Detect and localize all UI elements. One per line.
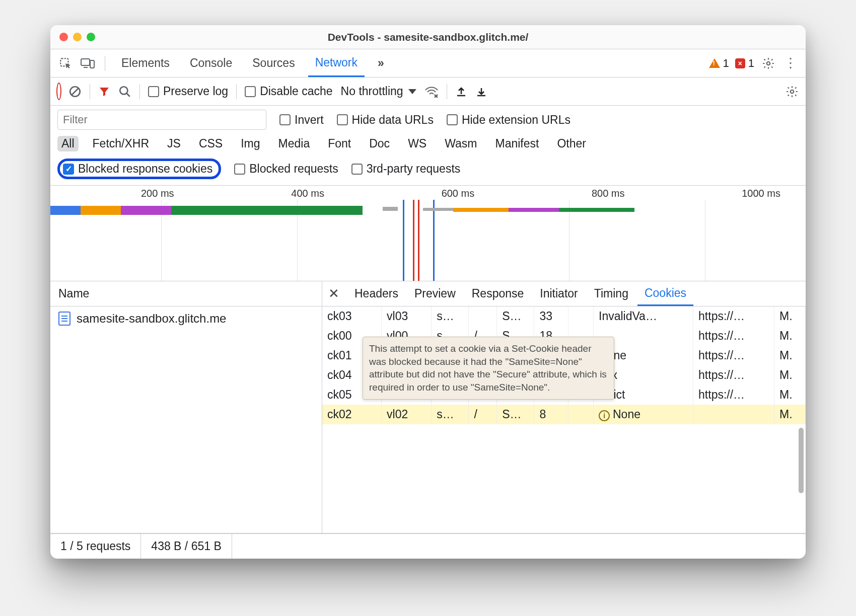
type-img[interactable]: Img [237, 136, 264, 151]
cookie-blocked-tooltip: This attempt to set a cookie via a Set-C… [363, 337, 614, 400]
dtab-initiator[interactable]: Initiator [533, 281, 585, 306]
info-icon: i [599, 410, 610, 421]
cookie-name: ck03 [322, 306, 382, 326]
svg-rect-2 [90, 60, 94, 68]
hide-ext-urls-checkbox[interactable]: Hide extension URLs [447, 113, 570, 127]
svg-point-3 [767, 61, 770, 65]
blocked-requests-checkbox[interactable]: Blocked requests [234, 162, 338, 176]
cookies-table: ck03vl03s…S…33InvalidVa…https://…M.ck00v… [322, 306, 806, 533]
divider [447, 84, 447, 99]
details-tabs: ✕ Headers Preview Response Initiator Tim… [322, 281, 806, 306]
download-har-icon[interactable] [475, 85, 487, 98]
dtab-response[interactable]: Response [465, 281, 531, 306]
network-conditions-icon[interactable] [424, 86, 439, 98]
status-requests: 1 / 5 requests [50, 534, 141, 559]
divider [105, 56, 105, 71]
type-js[interactable]: JS [163, 136, 185, 151]
tab-sources[interactable]: Sources [245, 49, 302, 77]
request-row[interactable]: samesite-sandbox.glitch.me [50, 306, 322, 331]
type-filter-bar: All Fetch/XHR JS CSS Img Media Font Doc … [50, 134, 806, 156]
type-ws[interactable]: WS [404, 136, 431, 151]
type-doc[interactable]: Doc [365, 136, 394, 151]
error-icon: × [735, 58, 745, 68]
warnings-count: 1 [723, 57, 729, 70]
main-tabstrip: Elements Console Sources Network » 1 ×1 … [50, 49, 806, 78]
clear-button[interactable] [68, 85, 82, 98]
window-scrollbar[interactable] [799, 428, 804, 493]
filter-toggle[interactable] [98, 86, 110, 98]
tab-network[interactable]: Network [308, 49, 365, 77]
inspect-icon[interactable] [57, 55, 74, 71]
cookie-value: vl02 [382, 405, 432, 424]
svg-point-5 [120, 87, 127, 94]
hide-data-urls-checkbox[interactable]: Hide data URLs [337, 113, 434, 127]
throttling-select[interactable]: No throttling [341, 85, 416, 98]
warnings-badge[interactable]: 1 [709, 57, 729, 70]
status-bytes: 438 B / 651 B [141, 534, 232, 559]
tick: 800 ms [592, 188, 625, 199]
cookie-samesite: InvalidVa… [594, 306, 693, 326]
tick: 1000 ms [742, 188, 780, 199]
preserve-log-checkbox[interactable]: Preserve log [148, 85, 228, 98]
cookie-row[interactable]: ck02vl02s…/S…8iNoneM. [322, 405, 806, 424]
type-all[interactable]: All [57, 136, 79, 151]
status-bar: 1 / 5 requests 438 B / 651 B [50, 533, 806, 559]
tick: 400 ms [291, 188, 324, 199]
tab-console[interactable]: Console [183, 49, 239, 77]
svg-point-6 [791, 90, 794, 93]
errors-badge[interactable]: ×1 [735, 57, 754, 70]
invert-checkbox[interactable]: Invert [279, 113, 324, 127]
request-list: Name samesite-sandbox.glitch.me [50, 281, 322, 533]
titlebar: DevTools - samesite-sandbox.glitch.me/ [50, 25, 806, 49]
record-icon [57, 84, 60, 99]
warning-icon [709, 58, 720, 68]
type-media[interactable]: Media [274, 136, 314, 151]
dtab-timing[interactable]: Timing [587, 281, 635, 306]
cookie-row[interactable]: ck03vl03s…S…33InvalidVa…https://…M. [322, 306, 806, 326]
network-toolbar: Preserve log Disable cache No throttling [50, 78, 806, 106]
svg-rect-1 [81, 59, 90, 65]
document-icon [58, 312, 70, 326]
kebab-icon[interactable]: ⋮ [782, 55, 799, 71]
device-toggle-icon[interactable] [80, 55, 96, 71]
errors-count: 1 [748, 57, 754, 70]
record-button[interactable] [57, 85, 60, 98]
dtab-headers[interactable]: Headers [347, 281, 405, 306]
third-party-checkbox[interactable]: 3rd-party requests [351, 162, 461, 176]
type-wasm[interactable]: Wasm [441, 136, 481, 151]
type-manifest[interactable]: Manifest [491, 136, 543, 151]
divider [90, 84, 90, 99]
type-fetch-xhr[interactable]: Fetch/XHR [89, 136, 153, 151]
request-list-header[interactable]: Name [50, 281, 322, 306]
network-settings-gear-icon[interactable] [786, 85, 799, 98]
gear-icon[interactable] [760, 55, 776, 71]
filter-input[interactable] [57, 110, 266, 130]
cookie-value: vl03 [382, 306, 432, 326]
blocked-cookies-checkbox[interactable]: Blocked response cookies [63, 162, 212, 176]
devtools-window: DevTools - samesite-sandbox.glitch.me/ E… [50, 25, 806, 559]
overview-timeline[interactable]: 200 ms 400 ms 600 ms 800 ms 1000 ms [50, 186, 806, 281]
request-name: samesite-sandbox.glitch.me [77, 312, 226, 326]
chevron-down-icon [408, 89, 416, 94]
tab-elements[interactable]: Elements [114, 49, 177, 77]
filter-bar-1: Invert Hide data URLs Hide extension URL… [50, 106, 806, 134]
cookie-samesite: iNone [594, 405, 693, 424]
divider [139, 84, 140, 99]
dtab-cookies[interactable]: Cookies [637, 281, 693, 306]
search-button[interactable] [118, 85, 131, 98]
dtab-preview[interactable]: Preview [407, 281, 463, 306]
divider [236, 84, 237, 99]
type-font[interactable]: Font [324, 136, 355, 151]
disable-cache-checkbox[interactable]: Disable cache [245, 85, 332, 98]
tick: 600 ms [442, 188, 475, 199]
close-details-icon[interactable]: ✕ [322, 286, 345, 301]
tick: 200 ms [141, 188, 174, 199]
more-tabs-icon[interactable]: » [371, 49, 391, 77]
filter-bar-3: Blocked response cookies Blocked request… [50, 156, 806, 186]
upload-har-icon[interactable] [455, 85, 467, 98]
type-css[interactable]: CSS [195, 136, 227, 151]
details-pane: ✕ Headers Preview Response Initiator Tim… [322, 281, 806, 533]
type-other[interactable]: Other [553, 136, 590, 151]
window-title: DevTools - samesite-sandbox.glitch.me/ [50, 31, 806, 43]
request-panes: Name samesite-sandbox.glitch.me ✕ Header… [50, 281, 806, 533]
